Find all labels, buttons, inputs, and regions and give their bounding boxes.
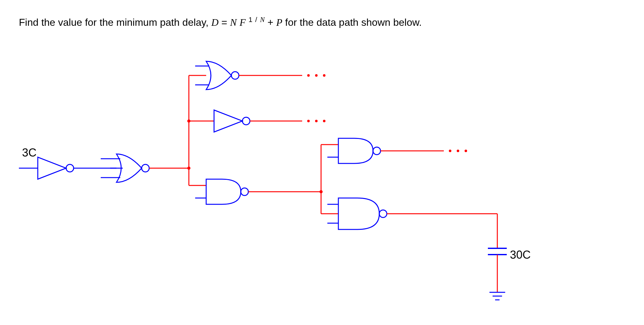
svg-point-12: [142, 164, 149, 172]
inverter-gate-1: [38, 157, 74, 179]
svg-point-34: [373, 147, 381, 155]
svg-point-39: [379, 210, 387, 218]
eq-p: P: [276, 17, 282, 28]
question-text: Find the value for the minimum path dela…: [19, 16, 422, 28]
svg-marker-23: [214, 110, 242, 132]
ground-symbol: [489, 292, 505, 300]
eq-n: N: [230, 17, 237, 28]
eq-plus: +: [268, 17, 276, 28]
circuit-diagram: [19, 47, 585, 314]
eq-lhs: D: [211, 17, 218, 28]
question-prefix: Find the value for the minimum path dela…: [19, 17, 211, 28]
question-suffix: for the data path shown below.: [285, 17, 422, 28]
svg-point-20: [231, 72, 239, 79]
eq-exp-num: 1: [249, 16, 252, 24]
nand2-gate-topright: [327, 138, 381, 163]
inverter-gate-middle: [214, 110, 250, 132]
eq-f: F: [240, 17, 246, 28]
eq-exp-denom: N: [260, 16, 265, 24]
eq-exp-slash: /: [255, 16, 257, 24]
capacitor-30c: [488, 248, 507, 255]
svg-marker-4: [38, 157, 66, 179]
eq-equals: =: [221, 17, 230, 28]
nand2-gate-stage3: [195, 179, 248, 204]
svg-point-28: [241, 188, 248, 196]
